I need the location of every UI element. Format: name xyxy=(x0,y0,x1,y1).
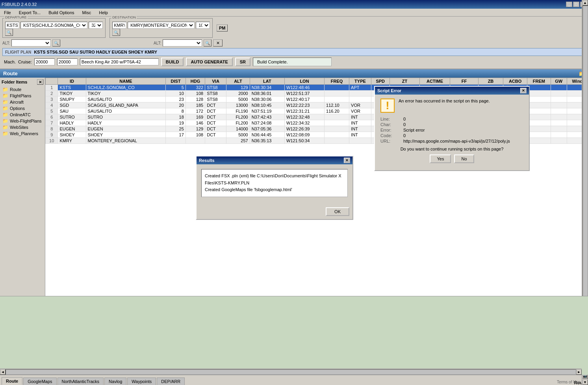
flight-plan-label: FLIGHT PLAN xyxy=(5,50,31,54)
col-spd[interactable]: SPD xyxy=(371,78,390,85)
col-actime[interactable]: ACTIME xyxy=(420,78,450,85)
dest-alt-search-button[interactable]: 🔍 xyxy=(204,39,211,46)
table-cell: 257 xyxy=(226,138,250,144)
dep-alt-select[interactable] xyxy=(11,39,51,46)
results-title: Results xyxy=(199,158,215,163)
sidebar-item-flightplans[interactable]: 📁 FlightPlans xyxy=(2,93,43,99)
table-cell: KMRY xyxy=(58,138,86,144)
col-dist[interactable]: DIST xyxy=(166,78,185,85)
sidebar-item-web-planners[interactable]: 📁 Web_Planners xyxy=(2,130,43,137)
col-id[interactable]: ID xyxy=(58,78,86,85)
col-zb[interactable]: ZB xyxy=(478,78,503,85)
menu-export[interactable]: Export To... xyxy=(17,9,43,16)
dest-alt-select[interactable] xyxy=(163,39,202,46)
departure-search-button[interactable]: 🔍 xyxy=(5,29,13,36)
col-frem[interactable]: FREM xyxy=(527,78,551,85)
script-error-titlebar: Script Error ✕ xyxy=(375,87,529,95)
col-lat[interactable]: LAT xyxy=(250,78,284,85)
menu-build-options[interactable]: Build Options xyxy=(46,9,76,16)
script-no-button[interactable]: No xyxy=(454,154,474,163)
sidebar-close-button[interactable]: ✕ xyxy=(37,79,43,85)
departure-airport-select[interactable]: KSTS|SCHULZ-SONOMA_CO xyxy=(20,22,87,29)
destination-code[interactable] xyxy=(112,22,126,29)
results-close-button[interactable]: ✕ xyxy=(344,158,350,163)
auto-generate-button[interactable]: AUTO GENERATE xyxy=(186,58,232,66)
h-scroll-track[interactable] xyxy=(6,369,576,375)
minimize-button[interactable]: _ xyxy=(566,2,572,7)
build-button[interactable]: BUILD xyxy=(161,58,184,66)
table-cell: N38:30:06 xyxy=(250,97,284,102)
tab-deparr[interactable]: DEP/ARR xyxy=(157,378,185,385)
results-ok-button[interactable]: OK xyxy=(326,207,349,216)
destination-search-button[interactable]: 🔍 xyxy=(112,29,120,36)
departure-runway-select[interactable]: 32 xyxy=(89,22,103,29)
col-name[interactable]: NAME xyxy=(86,78,166,85)
script-yes-button[interactable]: Yes xyxy=(430,154,451,163)
onlineatc-folder-icon: 📁 xyxy=(2,112,8,117)
cruise2-input[interactable] xyxy=(57,58,78,65)
col-ff[interactable]: FF xyxy=(450,78,478,85)
table-cell xyxy=(349,138,371,144)
table-cell xyxy=(527,91,551,97)
destination-airport-select[interactable]: KMRY|MONTEREY_REGIONAL xyxy=(128,22,195,29)
table-cell: N38:36:01 xyxy=(250,91,284,97)
script-footer: Yes No xyxy=(380,154,523,166)
table-cell: W122:34:32 xyxy=(285,120,325,126)
cruise1-input[interactable] xyxy=(34,58,55,65)
table-cell: TIKOY xyxy=(86,91,166,97)
table-cell: 322 xyxy=(185,85,205,91)
table-cell xyxy=(325,91,349,97)
aircraft-input[interactable] xyxy=(80,58,159,65)
pm-button[interactable]: PM xyxy=(217,24,228,32)
dep-alt-search-button[interactable]: 🔍 xyxy=(52,39,60,46)
maximize-button[interactable]: □ xyxy=(573,2,579,7)
scroll-right-button[interactable]: ► xyxy=(576,369,582,375)
table-cell: EUGEN xyxy=(58,126,86,132)
sidebar-item-web-flightplans[interactable]: 📁 Web-FlightPlans xyxy=(2,118,43,124)
sidebar-item-websites[interactable]: 📁 WebSites xyxy=(2,124,43,130)
col-acbo[interactable]: ACBO xyxy=(503,78,527,85)
sidebar-item-route[interactable]: 📁 Route xyxy=(2,86,43,93)
table-cell: SGD xyxy=(58,102,86,108)
tab-googlemaps[interactable]: GoogleMaps xyxy=(23,378,56,385)
tab-route[interactable]: Route xyxy=(2,377,22,385)
sidebar-options-label: Options xyxy=(10,106,25,111)
sidebar-item-onlineatc[interactable]: 📁 OnlineATC xyxy=(2,112,43,118)
table-cell: 4 xyxy=(46,102,58,108)
sr-button[interactable]: SR xyxy=(235,58,250,66)
line-value: 0 xyxy=(403,117,523,121)
tab-northatlanticTracks[interactable]: NorthAtlanticTracks xyxy=(58,378,104,385)
scroll-track[interactable] xyxy=(582,78,588,296)
table-cell: W122:31:21 xyxy=(285,108,325,114)
dest-alt-label: ALT: xyxy=(154,41,161,45)
departure-code[interactable] xyxy=(5,22,19,29)
menu-file[interactable]: File xyxy=(2,9,13,16)
menu-help[interactable]: Help xyxy=(96,9,110,16)
table-cell xyxy=(551,97,567,102)
table-cell xyxy=(551,114,567,120)
col-hdg[interactable]: HDG xyxy=(185,78,205,85)
destination-runway-select[interactable]: 10R xyxy=(196,22,210,29)
table-cell: DCT xyxy=(205,108,226,114)
table-cell: N38:30:34 xyxy=(250,85,284,91)
col-gw[interactable]: GW xyxy=(551,78,567,85)
sidebar-item-aircraft[interactable]: 📁 Aircraft xyxy=(2,99,43,105)
table-cell: N37:05:36 xyxy=(250,126,284,132)
menu-misc[interactable]: Misc xyxy=(80,9,94,16)
clear-button[interactable]: ✕ xyxy=(213,39,223,46)
tab-navlog[interactable]: Navlog xyxy=(104,378,126,385)
sidebar-item-options[interactable]: 📁 Options xyxy=(2,105,43,112)
table-cell: W122:08:09 xyxy=(285,132,325,138)
col-alt[interactable]: ALT xyxy=(226,78,250,85)
tab-waypoints[interactable]: Waypoints xyxy=(127,378,156,385)
scroll-left-button[interactable]: ◄ xyxy=(0,369,6,375)
col-zt[interactable]: ZT xyxy=(390,78,420,85)
col-type[interactable]: TYPE xyxy=(349,78,371,85)
col-via[interactable]: VIA xyxy=(205,78,226,85)
sidebar-items: 📁 Route 📁 FlightPlans 📁 Aircraft 📁 Optio… xyxy=(2,86,43,137)
col-lon[interactable]: LON xyxy=(285,78,325,85)
table-cell: MONTEREY_REGIONAL xyxy=(86,138,166,144)
col-freq[interactable]: FREQ xyxy=(325,78,349,85)
script-error-close-button[interactable]: ✕ xyxy=(520,88,527,93)
results-titlebar: Results ✕ xyxy=(197,156,352,164)
